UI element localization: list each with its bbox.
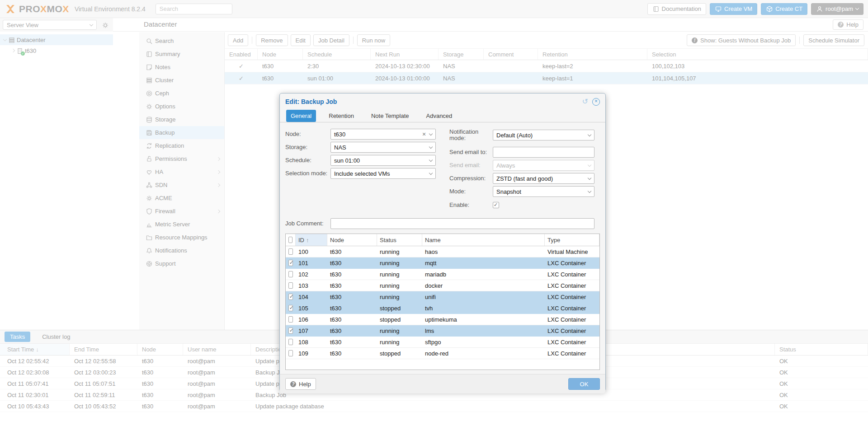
- vm-row[interactable]: 103 t630 running docker LXC Container: [286, 280, 599, 291]
- vm-row[interactable]: 104 t630 running unifi LXC Container: [286, 291, 599, 303]
- dialog-tab[interactable]: Note Template: [367, 110, 414, 122]
- reset-icon[interactable]: ↺: [582, 98, 588, 105]
- send-email-combo: Always: [493, 160, 594, 171]
- close-icon[interactable]: ×: [592, 98, 600, 106]
- vm-checkbox[interactable]: [288, 327, 293, 334]
- column-header-status[interactable]: Status: [377, 234, 422, 246]
- node-combo[interactable]: t630 ×: [330, 129, 436, 140]
- vm-checkbox[interactable]: [288, 350, 293, 356]
- sort-ascending-icon: ↑: [306, 237, 309, 243]
- mode-combo[interactable]: Snapshot: [493, 186, 594, 197]
- vm-checkbox[interactable]: [288, 339, 293, 345]
- dialog-tab[interactable]: Retention: [324, 110, 359, 122]
- vm-row[interactable]: 109 t630 stopped node-red LXC Container: [286, 348, 599, 359]
- enable-label: Enable:: [449, 202, 493, 208]
- vm-checkbox[interactable]: [288, 271, 293, 277]
- chevron-down-icon: [588, 132, 591, 136]
- notification-mode-label: Notification mode:: [449, 129, 493, 141]
- vm-row[interactable]: 101 t630 running mqtt LXC Container: [286, 257, 599, 269]
- question-icon: ?: [290, 381, 296, 387]
- ok-button[interactable]: OK: [568, 378, 600, 390]
- column-header-node[interactable]: Node: [327, 234, 377, 246]
- storage-combo[interactable]: NAS: [330, 142, 436, 153]
- chevron-down-icon: [588, 189, 591, 192]
- notification-mode-combo[interactable]: Default (Auto): [493, 130, 594, 140]
- dialog-tab[interactable]: Advanced: [422, 110, 457, 122]
- selection-mode-label: Selection mode:: [285, 170, 330, 177]
- job-comment-label: Job Comment:: [285, 220, 330, 227]
- select-all-checkbox[interactable]: [288, 237, 292, 243]
- job-comment-field[interactable]: [330, 218, 594, 229]
- clear-icon[interactable]: ×: [422, 131, 426, 138]
- send-email-label: Send email:: [449, 162, 493, 168]
- vm-checkbox[interactable]: [288, 260, 293, 266]
- send-email-to-label: Send email to:: [449, 149, 493, 155]
- chevron-down-icon: [429, 131, 433, 135]
- column-header-id[interactable]: ID↑: [296, 234, 327, 246]
- send-email-to-field[interactable]: [493, 147, 594, 158]
- vm-checkbox[interactable]: [288, 305, 293, 311]
- dialog-tab[interactable]: General: [286, 110, 316, 122]
- enable-checkbox[interactable]: [493, 202, 499, 208]
- mode-label: Mode:: [449, 188, 493, 195]
- compression-label: Compression:: [449, 175, 493, 182]
- schedule-combo[interactable]: sun 01:00: [330, 155, 436, 166]
- chevron-down-icon: [429, 145, 433, 148]
- vm-row[interactable]: 108 t630 running sftpgo LXC Container: [286, 337, 599, 348]
- chevron-down-icon: [588, 176, 591, 179]
- schedule-label: Schedule:: [285, 157, 330, 164]
- dialog-header: Edit: Backup Job ↺ ×: [280, 94, 605, 110]
- dialog-footer: ? Help OK: [280, 374, 605, 393]
- dialog-tab-bar: General Retention Note Template Advanced: [280, 110, 605, 122]
- vm-checkbox[interactable]: [288, 316, 293, 323]
- chevron-down-icon: [588, 163, 591, 166]
- vm-checkbox[interactable]: [288, 282, 293, 289]
- edit-backup-job-dialog: Edit: Backup Job ↺ × General Retention N…: [279, 93, 606, 391]
- dialog-help-button[interactable]: ? Help: [285, 378, 316, 390]
- vm-row[interactable]: 102 t630 running mariadb LXC Container: [286, 269, 599, 280]
- dialog-title: Edit: Backup Job: [285, 98, 337, 105]
- selection-mode-combo[interactable]: Include selected VMs: [330, 168, 436, 179]
- column-header-name[interactable]: Name: [422, 234, 545, 246]
- vm-row[interactable]: 107 t630 running lms LXC Container: [286, 325, 599, 337]
- storage-label: Storage:: [285, 144, 330, 150]
- vm-row[interactable]: 106 t630 stopped uptimekuma LXC Containe…: [286, 314, 599, 325]
- column-header-type[interactable]: Type: [545, 234, 599, 246]
- chevron-down-icon: [429, 158, 433, 161]
- guest-grid-header: ID↑ Node Status Name Type: [286, 234, 599, 246]
- vm-row[interactable]: 105 t630 stopped tvh LXC Container: [286, 303, 599, 314]
- chevron-down-icon: [429, 171, 433, 174]
- guest-selection-grid: ID↑ Node Status Name Type 100 t630 runni…: [285, 234, 600, 370]
- compression-combo[interactable]: ZSTD (fast and good): [493, 173, 594, 184]
- vm-row[interactable]: 100 t630 running haos Virtual Machine: [286, 246, 599, 257]
- vm-checkbox[interactable]: [288, 294, 293, 300]
- vm-checkbox[interactable]: [288, 248, 293, 255]
- node-label: Node:: [285, 131, 330, 137]
